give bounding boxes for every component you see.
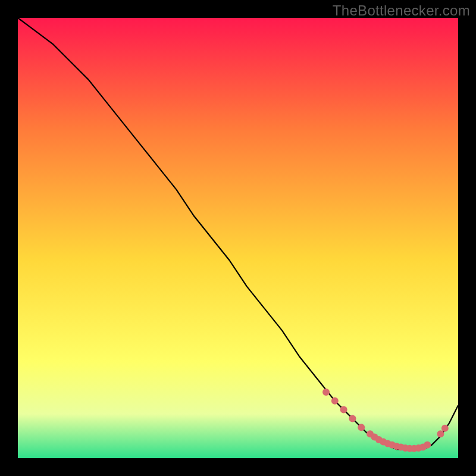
optimal-point bbox=[322, 389, 330, 396]
chart-frame: TheBottlenecker.com bbox=[0, 0, 476, 476]
gradient-background bbox=[18, 18, 458, 458]
optimal-point bbox=[437, 430, 444, 437]
watermark-text: TheBottlenecker.com bbox=[333, 2, 470, 19]
optimal-point bbox=[358, 424, 365, 431]
optimal-point bbox=[424, 441, 431, 449]
optimal-point bbox=[441, 425, 449, 432]
optimal-point bbox=[340, 406, 347, 414]
chart-svg bbox=[18, 18, 458, 458]
plot-area bbox=[18, 18, 458, 458]
optimal-point bbox=[331, 397, 339, 405]
optimal-point bbox=[349, 415, 356, 422]
